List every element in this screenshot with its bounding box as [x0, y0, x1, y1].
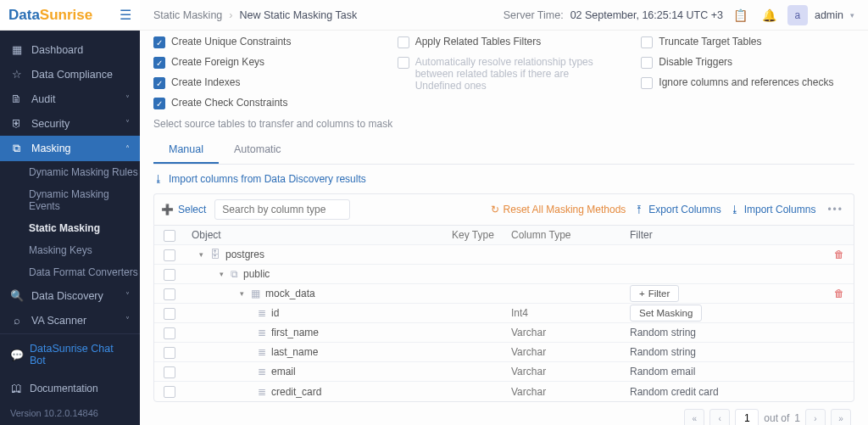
table-row: ≣credit_cardVarcharRandom credit card [154, 382, 854, 401]
checkbox-label: Apply Related Tables Filters [415, 36, 542, 48]
checkbox-truncate-target-tables[interactable]: Truncate Target Tables [641, 36, 854, 48]
pager-prev-button[interactable]: ‹ [709, 409, 730, 425]
nav-label: Audit [31, 93, 56, 105]
delete-icon[interactable]: 🗑 [834, 249, 844, 260]
check-column: Apply Related Tables FiltersAutomaticall… [398, 36, 611, 109]
col-header-object[interactable]: Object [185, 229, 452, 241]
import-discovery-link[interactable]: ⭳ Import columns from Data Discovery res… [153, 173, 854, 185]
column-type-cell: Int4 [511, 307, 630, 319]
checkbox-label: Ignore columns and references checks [659, 76, 833, 88]
pager-first-button[interactable]: « [684, 409, 704, 425]
logo: DataSunrise [8, 7, 92, 24]
nav-item-security[interactable]: ⛨Security˅ [0, 111, 140, 136]
checkbox-create-check-constraints[interactable]: ✓Create Check Constraints [153, 97, 367, 109]
set-masking-button[interactable]: Set Masking [630, 305, 702, 322]
table-icon: ▦ [251, 288, 260, 299]
checkbox-ignore-columns-and-references-[interactable]: Ignore columns and references checks [641, 76, 854, 89]
user-name: admin [815, 9, 843, 21]
nav-item-va-scanner[interactable]: ⌕VA Scanner˅ [0, 308, 140, 333]
nav-item-data-discovery[interactable]: 🔍Data Discovery˅ [0, 283, 140, 308]
nav-sub-dynamic-masking-rules[interactable]: Dynamic Masking Rules [0, 161, 140, 183]
tab-manual[interactable]: Manual [153, 137, 219, 164]
search-input[interactable] [214, 199, 350, 220]
pager-next-button[interactable]: › [805, 409, 826, 425]
nav-icon: 🗎 [10, 92, 23, 105]
checkbox-label: Disable Triggers [659, 56, 732, 68]
nav-item-audit[interactable]: 🗎Audit˅ [0, 87, 140, 111]
tab-automatic[interactable]: Automatic [219, 137, 297, 164]
row-checkbox[interactable] [164, 288, 175, 300]
checkbox-automatically-resolve-relation: Automatically resolve relationship types… [398, 56, 611, 92]
checkbox-create-foreign-keys[interactable]: ✓Create Foreign Keys [153, 56, 367, 69]
delete-icon[interactable]: 🗑 [834, 288, 844, 299]
pager-page-input[interactable] [735, 409, 759, 425]
row-checkbox[interactable] [164, 347, 175, 359]
user-menu[interactable]: a admin ▾ [787, 5, 854, 25]
col-header-filter[interactable]: Filter [630, 229, 825, 241]
refresh-icon: ↻ [491, 204, 499, 215]
col-icon: ≣ [258, 386, 266, 398]
bell-icon[interactable]: 🔔 [759, 4, 781, 26]
column-type-cell: Varchar [511, 327, 630, 338]
sidebar: DataSunrise ☰ ▦Dashboard☆Data Compliance… [0, 0, 140, 425]
filter-button[interactable]: + Filter [630, 285, 679, 302]
row-checkbox[interactable] [164, 308, 175, 320]
caret-icon[interactable]: ▾ [217, 270, 225, 278]
reset-masking-label: Reset All Masking Methods [504, 204, 626, 215]
nav-icon: ⌕ [10, 314, 23, 327]
nav-sub-data-format-converters[interactable]: Data Format Converters [0, 261, 140, 283]
more-menu-icon[interactable]: ••• [824, 204, 847, 215]
nav-item-data-compliance[interactable]: ☆Data Compliance [0, 62, 140, 87]
nav-icon: ▦ [10, 43, 23, 56]
col-header-key-type[interactable]: Key Type [452, 229, 511, 241]
row-checkbox[interactable] [164, 386, 175, 398]
checkbox-apply-related-tables-filters[interactable]: Apply Related Tables Filters [398, 36, 611, 48]
object-name: first_name [271, 327, 319, 338]
column-type-cell: Varchar [511, 386, 630, 398]
nav-sub-dynamic-masking-events[interactable]: Dynamic Masking Events [0, 183, 140, 217]
row-checkbox[interactable] [164, 249, 175, 261]
documentation-link[interactable]: 🕮 Documentation [0, 375, 140, 401]
nav-icon: 🔍 [10, 289, 23, 302]
check-column: Truncate Target TablesDisable TriggersIg… [641, 36, 854, 109]
select-button[interactable]: ➕ Select [161, 204, 206, 215]
row-checkbox[interactable] [164, 366, 175, 378]
caret-icon[interactable]: ▾ [197, 250, 205, 259]
checkbox-icon [641, 36, 653, 48]
export-columns-button[interactable]: ⭱ Export Columns [634, 204, 721, 215]
caret-icon[interactable]: ▾ [237, 289, 246, 298]
import-columns-button[interactable]: ⭳ Import Columns [730, 204, 816, 215]
nav: ▦Dashboard☆Data Compliance🗎Audit˅⛨Securi… [0, 31, 140, 333]
checkbox-all[interactable] [164, 230, 175, 242]
object-name: mock_data [265, 288, 315, 299]
chevron-down-icon: ▾ [850, 11, 854, 20]
reset-masking-button[interactable]: ↻ Reset All Masking Methods [491, 204, 626, 215]
row-checkbox[interactable] [164, 269, 175, 281]
nav-icon: ⧉ [10, 142, 23, 155]
table-row: ▾▦mock_data+ Filter🗑 [154, 284, 854, 304]
sidebar-collapse-icon[interactable]: ☰ [120, 7, 131, 23]
checkbox-disable-triggers[interactable]: Disable Triggers [641, 56, 854, 69]
section-subtitle: Select source tables to transfer and col… [153, 118, 854, 130]
clipboard-icon[interactable]: 📋 [730, 4, 752, 26]
version-label: Version 10.2.0.14846 [0, 401, 140, 425]
row-checkbox[interactable] [164, 327, 175, 339]
plus-icon: + [639, 288, 645, 299]
nav-sub-masking-keys[interactable]: Masking Keys [0, 239, 140, 261]
pager-last-button[interactable]: » [831, 409, 851, 425]
col-header-column-type[interactable]: Column Type [511, 229, 630, 241]
checkbox-label: Create Foreign Keys [171, 56, 264, 68]
nav-sub-static-masking[interactable]: Static Masking [0, 217, 140, 239]
chevron-down-icon: ˅ [125, 291, 130, 300]
table-row: ≣idInt4Set Masking [154, 304, 854, 323]
checkbox-create-unique-constraints[interactable]: ✓Create Unique Constraints [153, 36, 367, 48]
chevron-down-icon: ˅ [125, 316, 130, 325]
select-label: Select [178, 204, 206, 215]
breadcrumb-parent[interactable]: Static Masking [153, 9, 222, 21]
object-name: email [271, 366, 296, 377]
schema-icon: ⧉ [231, 268, 238, 280]
nav-item-masking[interactable]: ⧉Masking˄ [0, 136, 140, 161]
checkbox-create-indexes[interactable]: ✓Create Indexes [153, 76, 367, 89]
chat-bot-link[interactable]: 💬 DataSunrise Chat Bot [0, 333, 140, 375]
nav-item-dashboard[interactable]: ▦Dashboard [0, 37, 140, 62]
